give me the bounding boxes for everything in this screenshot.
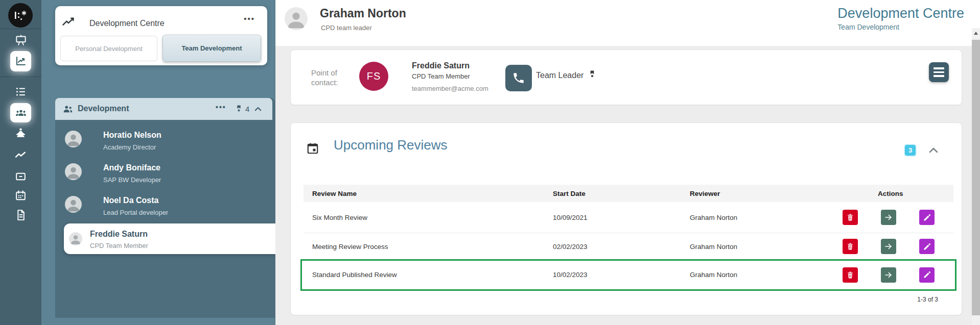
open-review-button[interactable] [881, 239, 896, 254]
member-role: CPD Team Member [90, 242, 148, 249]
user-role: CPD team leader [321, 24, 372, 32]
document-icon[interactable] [0, 209, 41, 221]
edit-review-button[interactable] [919, 239, 935, 254]
review-reviewer: Graham Norton [690, 243, 830, 251]
arrow-right-icon [884, 270, 893, 280]
column-header: Start Date [553, 190, 690, 197]
review-start-date: 02/02/2023 [553, 243, 690, 251]
presentation-icon[interactable] [0, 34, 41, 47]
call-button[interactable] [505, 65, 532, 91]
reviews-count-badge: 3 [905, 145, 916, 156]
table-header-row: Review Name Start Date Reviewer Actions [304, 185, 953, 202]
group-menu-button[interactable]: ••• [216, 103, 226, 111]
delete-review-button[interactable] [843, 210, 858, 225]
table-row[interactable]: Meeting Review Process 02/02/2023 Graham… [304, 233, 953, 260]
calendar-icon[interactable] [0, 189, 41, 202]
point-of-contact-card: Point of contact: FS Freddie Saturn CPD … [290, 49, 962, 105]
avatar [69, 232, 82, 245]
reviews-table: Review Name Start Date Reviewer Actions … [304, 185, 953, 310]
user-avatar [285, 7, 308, 30]
member-name: Noel Da Costa [103, 196, 158, 205]
vertical-scrollbar[interactable] [972, 28, 980, 325]
review-reviewer: Graham Norton [690, 214, 830, 221]
delete-review-button[interactable] [843, 267, 858, 283]
contact-role: CPD Team Member [412, 72, 470, 80]
member-name: Freddie Saturn [90, 230, 148, 239]
chevron-up-icon[interactable] [253, 105, 263, 114]
trend-icon[interactable] [0, 149, 41, 162]
column-header: Review Name [304, 190, 553, 197]
app-logo[interactable] [8, 3, 33, 28]
contact-name: Freddie Saturn [412, 61, 470, 70]
collapse-chevron-icon[interactable] [927, 144, 940, 157]
page-subtitle: Team Development [837, 23, 964, 31]
widget-title: Development Centre [89, 19, 165, 28]
icon-rail [0, 0, 41, 325]
contact-label: Point of contact: [311, 68, 348, 87]
card-menu-button[interactable] [929, 62, 949, 82]
trending-up-icon [61, 15, 76, 30]
development-chart-icon[interactable] [10, 51, 31, 71]
trash-icon [846, 213, 855, 222]
avatar [65, 131, 82, 147]
review-start-date: 10/02/2023 [553, 271, 690, 279]
column-header: Actions [830, 190, 953, 197]
contact-email: teammember@acme.com [412, 85, 488, 92]
table-row[interactable]: Six Month Review 10/09/2021 Graham Norto… [304, 202, 953, 233]
group-label: Development [78, 104, 129, 113]
medal-icon [234, 104, 244, 114]
tab-personal-development[interactable]: Personal Development [60, 36, 157, 61]
pagination: 1-3 of 3 [304, 289, 953, 310]
development-centre-widget: Development Centre ••• Personal Developm… [55, 6, 267, 65]
user-name: Graham Norton [320, 7, 406, 20]
development-centre-app: Development Centre ••• Personal Developm… [0, 0, 980, 325]
review-name: Standard Published Review [304, 271, 553, 279]
open-review-button[interactable] [881, 210, 896, 225]
avatar [65, 163, 82, 180]
team-icon[interactable] [10, 103, 31, 122]
pagination-label: 1-3 of 3 [917, 296, 938, 303]
member-role: SAP BW Developer [103, 176, 161, 184]
pencil-icon [923, 270, 931, 279]
list-icon[interactable] [0, 85, 41, 98]
phone-icon [512, 71, 525, 85]
edit-review-button[interactable] [919, 267, 935, 283]
sidebar: Development Centre ••• Personal Developm… [41, 0, 275, 325]
tab-team-development[interactable]: Team Development [162, 35, 261, 62]
page-title-block: Development Centre Team Development [837, 6, 964, 31]
reviews-title: Upcoming Reviews [334, 137, 448, 153]
arrow-right-icon [884, 213, 893, 222]
member-role: Lead Portal developer [103, 209, 168, 216]
edit-review-button[interactable] [919, 210, 935, 225]
widget-menu-button[interactable]: ••• [244, 14, 255, 23]
review-start-date: 10/09/2021 [553, 214, 690, 221]
scrollbar-up-arrow[interactable] [974, 32, 978, 35]
trash-icon [846, 270, 855, 280]
member-name: Horatio Nelson [103, 131, 161, 140]
member-role: Academy Director [103, 143, 156, 151]
page-title: Development Centre [837, 6, 964, 21]
group-icon [62, 104, 74, 115]
wellbeing-icon[interactable] [0, 127, 41, 139]
delete-review-button[interactable] [843, 239, 858, 254]
member-item-freddie-saturn-selected[interactable]: Freddie Saturn CPD Team Member [64, 223, 275, 254]
trash-icon [846, 242, 855, 251]
logo-glyph [12, 7, 29, 24]
upcoming-reviews-card: Upcoming Reviews 3 Review Name Start Dat… [290, 122, 962, 315]
scrollbar-thumb[interactable] [972, 40, 980, 315]
contact-initials-avatar: FS [359, 62, 388, 91]
archive-icon[interactable] [0, 170, 41, 183]
medal-icon [587, 68, 597, 81]
open-review-button[interactable] [881, 267, 896, 283]
arrow-right-icon [884, 242, 893, 251]
team-leader-label: Team Leader [536, 71, 584, 80]
development-group-panel: Development ••• 4 Horatio Nelson Academy… [55, 98, 275, 318]
pencil-icon [923, 242, 931, 251]
review-name: Six Month Review [304, 214, 553, 221]
avatar [65, 196, 82, 213]
table-row-highlighted[interactable]: Standard Published Review 10/02/2023 Gra… [304, 260, 953, 289]
development-group-header[interactable]: Development ••• 4 [55, 98, 272, 120]
group-badge-count: 4 [245, 105, 249, 113]
calendar-icon [306, 142, 319, 155]
review-name: Meeting Review Process [304, 243, 553, 251]
